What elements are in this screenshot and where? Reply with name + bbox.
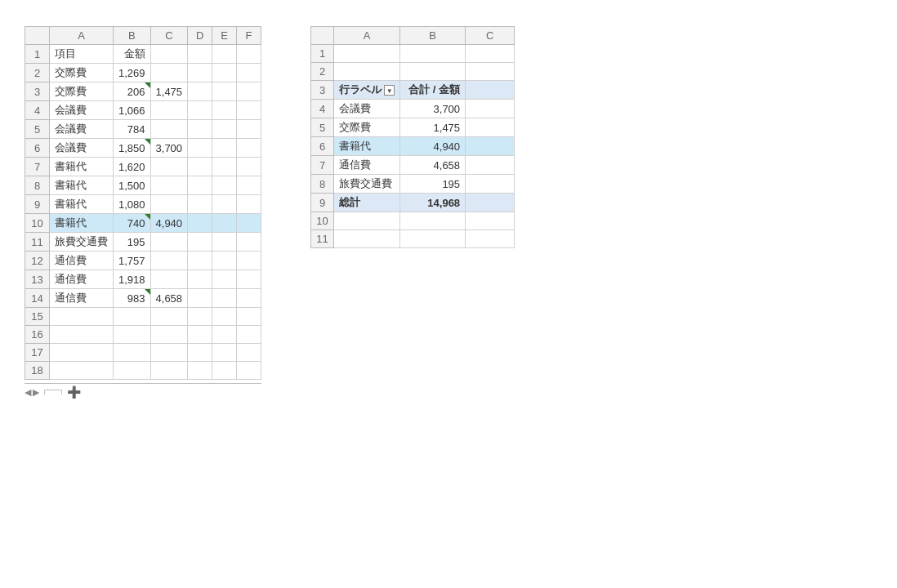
pivot-cell-b-2[interactable] [400, 63, 466, 81]
cell-e-14[interactable] [212, 289, 237, 308]
pivot-cell-b-4[interactable]: 3,700 [400, 100, 466, 118]
cell-d-18[interactable] [188, 362, 212, 380]
pivot-cell-a-8[interactable]: 旅費交通費 [334, 175, 400, 194]
cell-f-11[interactable] [237, 233, 261, 252]
cell-f-14[interactable] [237, 289, 261, 308]
cell-a-7[interactable]: 書籍代 [50, 158, 114, 176]
cell-e-13[interactable] [212, 270, 237, 289]
cell-c-9[interactable] [150, 195, 188, 214]
pivot-cell-c-6[interactable] [466, 137, 515, 156]
pivot-cell-a-11[interactable] [334, 230, 400, 248]
cell-e-9[interactable] [212, 195, 237, 214]
cell-c-18[interactable] [150, 362, 188, 380]
cell-d-6[interactable] [188, 139, 212, 158]
cell-e-2[interactable] [212, 64, 237, 82]
cell-d-15[interactable] [188, 308, 212, 326]
cell-a-1[interactable]: 項目 [50, 45, 114, 64]
cell-d-13[interactable] [188, 270, 212, 289]
cell-b-16[interactable] [114, 326, 151, 344]
cell-d-1[interactable] [188, 45, 212, 64]
pivot-cell-c-5[interactable] [466, 118, 515, 137]
cell-d-16[interactable] [188, 326, 212, 344]
tab-shoukei[interactable] [44, 390, 62, 395]
cell-a-16[interactable] [50, 326, 114, 344]
cell-a-11[interactable]: 旅費交通費 [50, 233, 114, 252]
cell-b-6[interactable]: 1,850 [114, 139, 151, 158]
cell-b-5[interactable]: 784 [114, 120, 151, 139]
cell-c-6[interactable]: 3,700 [150, 139, 188, 158]
cell-c-12[interactable] [150, 252, 188, 270]
tab-add-button[interactable]: ➕ [67, 385, 81, 399]
pivot-cell-c-9[interactable] [466, 194, 515, 212]
cell-e-16[interactable] [212, 326, 237, 344]
col-header-f[interactable]: F [237, 27, 261, 45]
cell-e-8[interactable] [212, 176, 237, 195]
pivot-cell-b-5[interactable]: 1,475 [400, 118, 466, 137]
cell-f-5[interactable] [237, 120, 261, 139]
pivot-cell-b-7[interactable]: 4,658 [400, 156, 466, 175]
cell-f-6[interactable] [237, 139, 261, 158]
cell-a-15[interactable] [50, 308, 114, 326]
cell-c-7[interactable] [150, 158, 188, 176]
cell-b-13[interactable]: 1,918 [114, 270, 151, 289]
pivot-cell-b-3[interactable]: 合計 / 金額 [400, 81, 466, 100]
pivot-cell-a-2[interactable] [334, 63, 400, 81]
cell-f-16[interactable] [237, 326, 261, 344]
pivot-cell-b-9[interactable]: 14,968 [400, 194, 466, 212]
cell-a-17[interactable] [50, 344, 114, 362]
pivot-cell-c-10[interactable] [466, 212, 515, 230]
cell-d-9[interactable] [188, 195, 212, 214]
pivot-cell-c-7[interactable] [466, 156, 515, 175]
cell-e-5[interactable] [212, 120, 237, 139]
cell-d-17[interactable] [188, 344, 212, 362]
pivot-cell-b-1[interactable] [400, 45, 466, 63]
cell-f-3[interactable] [237, 82, 261, 101]
cell-a-12[interactable]: 通信費 [50, 252, 114, 270]
cell-f-18[interactable] [237, 362, 261, 380]
pivot-cell-c-2[interactable] [466, 63, 515, 81]
pivot-cell-c-3[interactable] [466, 81, 515, 100]
cell-c-4[interactable] [150, 101, 188, 120]
cell-f-9[interactable] [237, 195, 261, 214]
cell-d-5[interactable] [188, 120, 212, 139]
pivot-cell-a-10[interactable] [334, 212, 400, 230]
cell-c-8[interactable] [150, 176, 188, 195]
cell-a-4[interactable]: 会議費 [50, 101, 114, 120]
cell-c-17[interactable] [150, 344, 188, 362]
cell-c-13[interactable] [150, 270, 188, 289]
cell-c-11[interactable] [150, 233, 188, 252]
cell-c-14[interactable]: 4,658 [150, 289, 188, 308]
cell-f-10[interactable] [237, 214, 261, 233]
pivot-cell-b-10[interactable] [400, 212, 466, 230]
pivot-cell-a-5[interactable]: 交際費 [334, 118, 400, 137]
cell-b-17[interactable] [114, 344, 151, 362]
cell-b-11[interactable]: 195 [114, 233, 151, 252]
pivot-cell-a-6[interactable]: 書籍代 [334, 137, 400, 156]
pivot-col-header-c[interactable]: C [466, 27, 515, 45]
cell-c-15[interactable] [150, 308, 188, 326]
cell-f-4[interactable] [237, 101, 261, 120]
pivot-cell-a-4[interactable]: 会議費 [334, 100, 400, 118]
cell-e-15[interactable] [212, 308, 237, 326]
cell-c-10[interactable]: 4,940 [150, 214, 188, 233]
cell-f-15[interactable] [237, 308, 261, 326]
cell-e-11[interactable] [212, 233, 237, 252]
cell-a-2[interactable]: 交際費 [50, 64, 114, 82]
cell-c-1[interactable] [150, 45, 188, 64]
tab-prev-icon[interactable]: ◀ [25, 387, 31, 398]
cell-b-15[interactable] [114, 308, 151, 326]
cell-d-3[interactable] [188, 82, 212, 101]
pivot-cell-a-9[interactable]: 総計 [334, 194, 400, 212]
cell-d-11[interactable] [188, 233, 212, 252]
pivot-cell-b-6[interactable]: 4,940 [400, 137, 466, 156]
cell-e-4[interactable] [212, 101, 237, 120]
pivot-cell-b-8[interactable]: 195 [400, 175, 466, 194]
pivot-cell-c-1[interactable] [466, 45, 515, 63]
pivot-cell-a-1[interactable] [334, 45, 400, 63]
cell-e-7[interactable] [212, 158, 237, 176]
cell-b-12[interactable]: 1,757 [114, 252, 151, 270]
cell-e-10[interactable] [212, 214, 237, 233]
pivot-cell-c-11[interactable] [466, 230, 515, 248]
cell-e-18[interactable] [212, 362, 237, 380]
cell-f-17[interactable] [237, 344, 261, 362]
